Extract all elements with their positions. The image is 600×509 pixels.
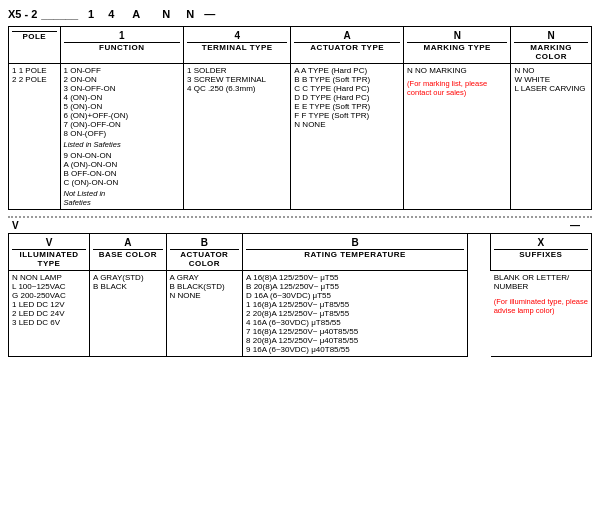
terminal-col-id: 4	[187, 29, 287, 43]
base-0: A GRAY(STD)	[93, 273, 163, 282]
act-type-4: E E TYPE (Soft TPR)	[294, 102, 400, 111]
illum-1: L 100~125VAC	[12, 282, 86, 291]
formula-prefix: X5 - 2	[8, 8, 37, 20]
illum-0: N NON LAMP	[12, 273, 86, 282]
dotted-separator	[8, 216, 592, 218]
illum-col-id: V	[12, 236, 86, 250]
rating-1: B 20(8)A 125/250V~ μT55	[246, 282, 464, 291]
actuator-type-col-id: A	[294, 29, 400, 43]
marking-type-note: (For marking list, please contact our sa…	[407, 79, 507, 97]
main-table: POLE 1 FUNCTION 4 TERMINAL TYPE A ACTUAT…	[8, 26, 592, 210]
act-type-3: D D TYPE (Hard PC)	[294, 93, 400, 102]
rating-5: 4 16A (6~30VDC) μT85/55	[246, 318, 464, 327]
rating-2: D 16A (6~30VDC) μT55	[246, 291, 464, 300]
marking-color-col-id: N	[514, 29, 588, 43]
pole-cell: 1 1 POLE 2 2 POLE	[9, 64, 61, 210]
act-type-2: C C TYPE (Hard PC)	[294, 84, 400, 93]
act-type-5: F F TYPE (Soft TPR)	[294, 111, 400, 120]
mark-type-0: N NO MARKING	[407, 66, 507, 75]
dash-spacer-cell	[468, 271, 491, 357]
act-color-1: B BLACK(STD)	[170, 282, 240, 291]
rating-0: A 16(8)A 125/250V~ μT55	[246, 273, 464, 282]
suffixes-cell: BLANK OR LETTER/ NUMBER (For illuminated…	[490, 271, 591, 357]
func-item-14: C (ON)-ON-ON	[64, 178, 180, 187]
dash-label: —	[570, 220, 580, 231]
func-item-4: 5 (ON)-ON	[64, 102, 180, 111]
pos-dash: —	[204, 8, 215, 20]
act-color-title: ACTUATOR COLOR	[170, 250, 240, 268]
function-cell: 1 ON-OFF 2 ON-ON 3 ON-OFF-ON 4 (ON)-ON 5…	[60, 64, 183, 210]
actuator-type-title: ACTUATOR TYPE	[294, 43, 400, 52]
marking-type-title: MARKING TYPE	[407, 43, 507, 52]
suffix-title: SUFFIXES	[494, 250, 588, 259]
posN2: N	[186, 8, 194, 20]
func-not-listed: Not Listed in	[64, 189, 180, 198]
mark-color-1: W WHITE	[514, 75, 588, 84]
terminal-item-2: 4 QC .250 (6.3mm)	[187, 84, 287, 93]
illum-3: 1 LED DC 12V	[12, 300, 86, 309]
func-item-6: 7 (ON)-OFF-ON	[64, 120, 180, 129]
illum-2: G 200-250VAC	[12, 291, 86, 300]
illum-cell: N NON LAMP L 100~125VAC G 200-250VAC 1 L…	[9, 271, 90, 357]
pole-item-0: 1 1 POLE	[12, 66, 57, 75]
func-item-13: B OFF-ON-ON	[64, 169, 180, 178]
suffix-col-id: X	[494, 236, 588, 250]
pos1: 1	[88, 8, 94, 20]
func-listed: Listed in Safeties	[64, 140, 180, 149]
terminal-item-1: 3 SCREW TERMINAL	[187, 75, 287, 84]
terminal-item-0: 1 SOLDER	[187, 66, 287, 75]
posA: A	[132, 8, 140, 20]
rating-col-id: B	[246, 236, 464, 250]
func-item-3: 4 (ON)-ON	[64, 93, 180, 102]
act-type-1: B B TYPE (Soft TPR)	[294, 75, 400, 84]
marking-color-cell: N NO W WHITE L LASER CARVING	[511, 64, 592, 210]
act-type-0: A A TYPE (Hard PC)	[294, 66, 400, 75]
marking-color-title: MARKING COLOR	[514, 43, 588, 61]
marking-type-cell: N NO MARKING (For marking list, please c…	[404, 64, 511, 210]
bottom-table: V ILLUMINATED TYPE A BASE COLOR B ACTUAT…	[8, 233, 592, 357]
suffix-note: (For illuminated type, please advise lam…	[494, 297, 588, 315]
act-color-0: A GRAY	[170, 273, 240, 282]
pos4: 4	[108, 8, 114, 20]
act-color-cell: A GRAY B BLACK(STD) N NONE	[166, 271, 243, 357]
illum-title: ILLUMINATED TYPE	[12, 250, 86, 268]
func-item-7: 8 ON-(OFF)	[64, 129, 180, 138]
terminal-cell: 1 SOLDER 3 SCREW TERMINAL 4 QC .250 (6.3…	[184, 64, 291, 210]
base-1: B BLACK	[93, 282, 163, 291]
illum-4: 2 LED DC 24V	[12, 309, 86, 318]
pole-title: POLE	[12, 32, 57, 41]
mark-color-2: L LASER CARVING	[514, 84, 588, 93]
posN1: N	[162, 8, 170, 20]
base-col-id: A	[93, 236, 163, 250]
base-title: BASE COLOR	[93, 250, 163, 259]
func-item-0: 1 ON-OFF	[64, 66, 180, 75]
func-item-2: 3 ON-OFF-ON	[64, 84, 180, 93]
function-title: FUNCTION	[64, 43, 180, 52]
suffix-0: BLANK OR LETTER/ NUMBER	[494, 273, 588, 291]
function-col-id: 1	[64, 29, 180, 43]
act-color-col-id: B	[170, 236, 240, 250]
rating-6: 7 16(8)A 125/250V~ μ40T85/55	[246, 327, 464, 336]
func-item-1: 2 ON-ON	[64, 75, 180, 84]
act-color-2: N NONE	[170, 291, 240, 300]
func-item-5: 6 (ON)+OFF-(ON)	[64, 111, 180, 120]
func-item-11: 9 ON-ON-ON	[64, 151, 180, 160]
func-item-12: A (ON)-ON-ON	[64, 160, 180, 169]
terminal-title: TERMINAL TYPE	[187, 43, 287, 52]
rating-title: RATING TEMPERATURE	[246, 250, 464, 259]
pole-item-1: 2 2 POLE	[12, 75, 57, 84]
mark-color-0: N NO	[514, 66, 588, 75]
illum-5: 3 LED DC 6V	[12, 318, 86, 327]
rating-8: 9 16A (6~30VDC) μ40T85/55	[246, 345, 464, 354]
actuator-type-cell: A A TYPE (Hard PC) B B TYPE (Soft TPR) C…	[291, 64, 404, 210]
rating-4: 2 20(8)A 125/250V~ μT85/55	[246, 309, 464, 318]
v-label: V	[12, 220, 19, 231]
base-color-cell: A GRAY(STD) B BLACK	[90, 271, 167, 357]
rating-7: 8 20(8)A 125/250V~ μ40T85/55	[246, 336, 464, 345]
rating-3: 1 16(8)A 125/250V~ μT85/55	[246, 300, 464, 309]
formula-sep1: ______	[41, 8, 78, 20]
marking-type-col-id: N	[407, 29, 507, 43]
act-type-6: N NONE	[294, 120, 400, 129]
func-safeties: Safeties	[64, 198, 180, 207]
rating-cell: A 16(8)A 125/250V~ μT55 B 20(8)A 125/250…	[243, 271, 468, 357]
